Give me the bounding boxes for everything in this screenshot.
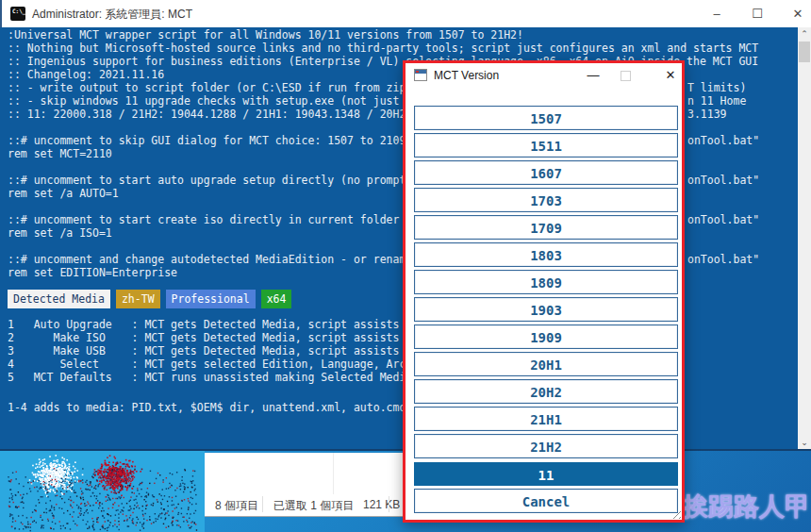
console-line-fragment: 3.1139: [687, 108, 727, 121]
version-button-1903[interactable]: 1903: [414, 297, 678, 322]
status-selected-count: 已選取 1 個項目: [273, 498, 354, 514]
dialog-title: MCT Version: [434, 69, 499, 82]
badge-detected-media: Detected Media: [8, 290, 110, 308]
version-button-1709[interactable]: 1709: [414, 215, 678, 240]
console-line-fragment: onTool.bat": [687, 254, 759, 266]
console-line-fragment: onTool.bat": [687, 214, 759, 226]
console-scrollbar[interactable]: ⌃ ⌄: [798, 27, 811, 449]
console-line: :: - write output to script folder (or C…: [8, 82, 406, 94]
screen: 挨踢路人甲 8 個項目 已選取 1 個項目 121 KB C:\_ Admini…: [0, 0, 811, 532]
console-line: :: Nothing but Microsoft-hosted source l…: [8, 42, 758, 55]
status-divider: [262, 496, 263, 512]
scrollbar-thumb[interactable]: [799, 42, 810, 62]
watermark-text: 挨踢路人甲: [683, 490, 811, 524]
version-button-1909[interactable]: 1909: [414, 324, 678, 349]
status-selected-size: 121 KB: [363, 498, 400, 511]
status-divider: [389, 496, 389, 512]
version-button-20H2[interactable]: 20H2: [414, 379, 678, 404]
console-line: rem set EDITION=Enterprise: [8, 267, 177, 279]
version-button-1511[interactable]: 1511: [414, 133, 678, 158]
console-title-bar[interactable]: C:\_ Administrator: 系統管理員: MCT – ☐ ✕: [0, 0, 811, 27]
console-line: :: - skip windows 11 upgrade checks with…: [8, 95, 406, 108]
explorer-column-divider: [333, 453, 334, 494]
console-line-fragment: onTool.bat": [687, 175, 759, 187]
dialog-maximize-button-disabled: [621, 71, 631, 81]
cmd-icon: C:\_: [10, 7, 25, 21]
console-close-button[interactable]: ✕: [784, 0, 811, 27]
badge-language: zh-TW: [116, 290, 160, 308]
cancel-button[interactable]: Cancel: [414, 489, 678, 513]
winforms-app-icon: [414, 69, 427, 81]
version-button-1809[interactable]: 1809: [414, 270, 678, 294]
status-item-count: 8 個項目: [215, 498, 258, 514]
mct-version-dialog: MCT Version — ✕ 1507 1511 1607 1703 1709…: [403, 60, 685, 523]
console-line: :: Changelog: 2021.11.16: [8, 69, 164, 81]
console-line: rem set /a ISO=1: [8, 227, 112, 240]
console-line: rem set MCT=2110: [8, 148, 112, 160]
console-line: ::# uncomment to start auto upgrade setu…: [8, 175, 406, 187]
console-line-fragment: n 11 Home: [687, 95, 746, 108]
console-line-fragment: onTool.bat": [687, 135, 759, 147]
console-menu-line: 1 Auto Upgrade : MCT gets Detected Media…: [8, 319, 465, 331]
console-line: :Universal MCT wrapper script for all Wi…: [8, 29, 523, 42]
console-line: ::# uncomment to skip GUI dialog for MCT…: [8, 135, 406, 147]
console-line: :: 11: 22000.318 / 21H2: 19044.1288 / 21…: [8, 108, 406, 121]
version-button-1803[interactable]: 1803: [414, 242, 678, 267]
console-minimize-button[interactable]: –: [703, 0, 731, 27]
scroll-up-icon[interactable]: ⌃: [798, 27, 811, 41]
version-button-21H2[interactable]: 21H2: [414, 434, 678, 458]
dialog-close-button[interactable]: ✕: [658, 65, 683, 86]
console-line: ::# uncomment and change autodetected Me…: [8, 254, 406, 266]
version-button-1703[interactable]: 1703: [414, 188, 678, 212]
badge-edition: Professional: [166, 290, 256, 308]
console-line: ::# uncomment to start create iso direct…: [8, 214, 406, 226]
console-window-title: Administrator: 系統管理員: MCT: [32, 7, 192, 23]
version-button-1607[interactable]: 1607: [414, 160, 678, 185]
console-line: 1-4 adds to media: PID.txt, $OEM$ dir, u…: [8, 402, 406, 414]
version-button-list: 1507 1511 1607 1703 1709 1803 1809 1903 …: [414, 106, 678, 513]
dialog-title-bar[interactable]: MCT Version — ✕: [406, 63, 682, 88]
console-line-fragment: T limits): [687, 82, 746, 94]
version-button-1507[interactable]: 1507: [414, 106, 678, 130]
badge-arch: x64: [261, 290, 292, 308]
scroll-down-icon[interactable]: ⌄: [798, 436, 811, 449]
dialog-minimize-button[interactable]: —: [581, 65, 605, 86]
version-button-20H1[interactable]: 20H1: [414, 352, 678, 376]
detected-media-badges: Detected Media zh-TW Professional x64: [8, 290, 291, 308]
version-button-21H1[interactable]: 21H1: [414, 407, 678, 431]
console-maximize-button[interactable]: ☐: [743, 0, 771, 27]
version-button-11-selected[interactable]: 11: [414, 462, 678, 486]
console-line: rem set /a AUTO=1: [8, 188, 119, 200]
wallpaper-noise-art: [0, 451, 205, 532]
